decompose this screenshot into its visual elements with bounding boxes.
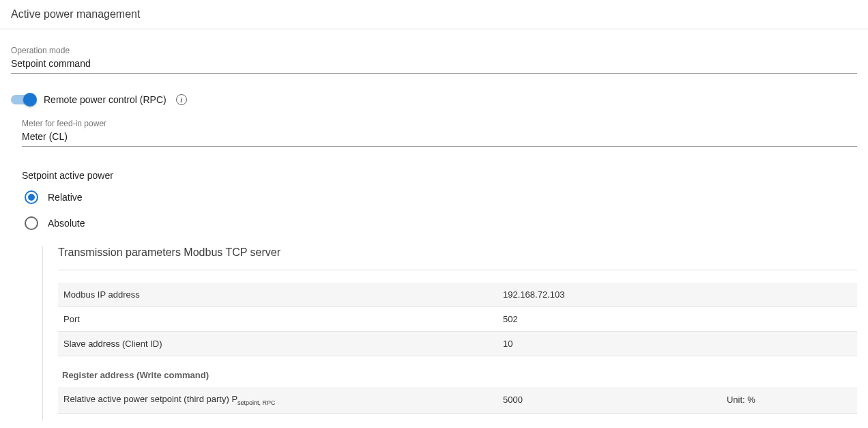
modbus-slave-value: 10	[497, 332, 721, 356]
table-row: Port 502	[58, 307, 857, 332]
radio-absolute[interactable]: Absolute	[25, 216, 857, 230]
info-icon[interactable]: i	[176, 94, 187, 105]
register-unit: Unit: %	[721, 387, 857, 413]
register-table: Relative active power setpoint (third pa…	[58, 387, 857, 414]
table-row: Slave address (Client ID) 10	[58, 332, 857, 356]
setpoint-group-label: Setpoint active power	[22, 170, 857, 181]
radio-checked-icon	[25, 190, 38, 204]
table-row: Modbus IP address 192.168.72.103	[58, 283, 857, 307]
meter-value: Meter (CL)	[22, 131, 857, 147]
meter-field[interactable]: Meter for feed-in power Meter (CL)	[22, 119, 857, 147]
modbus-ip-label: Modbus IP address	[58, 283, 497, 307]
section-title: Active power management	[0, 0, 868, 29]
meter-label: Meter for feed-in power	[22, 119, 857, 128]
radio-relative[interactable]: Relative	[25, 190, 857, 204]
operation-mode-value: Setpoint command	[11, 58, 857, 74]
modbus-port-value: 502	[497, 307, 721, 332]
operation-mode-field[interactable]: Operation mode Setpoint command	[11, 46, 857, 74]
modbus-panel: Transmission parameters Modbus TCP serve…	[42, 246, 857, 420]
modbus-ip-value: 192.168.72.103	[497, 283, 721, 307]
register-label: Relative active power setpoint (third pa…	[58, 387, 497, 413]
rpc-toggle-label: Remote power control (RPC)	[44, 94, 167, 105]
radio-relative-label: Relative	[48, 192, 83, 203]
rpc-toggle[interactable]	[11, 95, 34, 104]
modbus-port-label: Port	[58, 307, 497, 332]
register-value: 5000	[497, 387, 721, 413]
modbus-title: Transmission parameters Modbus TCP serve…	[58, 246, 857, 270]
radio-unchecked-icon	[25, 216, 38, 230]
modbus-table: Modbus IP address 192.168.72.103 Port 50…	[58, 283, 857, 356]
modbus-slave-label: Slave address (Client ID)	[58, 332, 497, 356]
operation-mode-label: Operation mode	[11, 46, 857, 55]
register-header: Register address (Write command)	[62, 370, 857, 380]
table-row: Relative active power setpoint (third pa…	[58, 387, 857, 413]
radio-absolute-label: Absolute	[48, 218, 85, 229]
